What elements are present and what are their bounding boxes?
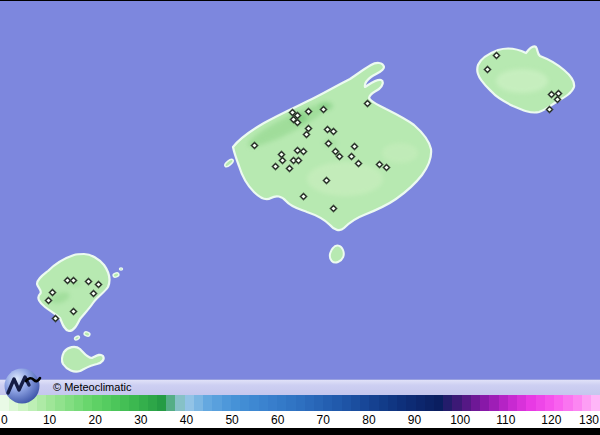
- island-ibiza: [37, 254, 109, 331]
- scale-tick-label: 30: [134, 413, 147, 427]
- scale-tick-label: 80: [362, 413, 375, 427]
- scale-color-block: [175, 395, 184, 411]
- scale-color-block: [434, 395, 443, 411]
- map-area[interactable]: [0, 0, 600, 379]
- scale-tick-label: 60: [271, 413, 284, 427]
- scale-color-block: [582, 395, 591, 411]
- scale-tick-label: 130: [579, 413, 599, 427]
- scale-color-block: [369, 395, 378, 411]
- scale-color-block: [120, 395, 129, 411]
- islands-svg: [0, 1, 600, 380]
- scale-color-block: [185, 395, 194, 411]
- scale-color-block: [268, 395, 277, 411]
- scale-color-block: [360, 395, 369, 411]
- scale-color-block: [554, 395, 563, 411]
- scale-color-block: [55, 395, 64, 411]
- scale-color-block: [563, 395, 572, 411]
- scale-color-block: [212, 395, 221, 411]
- scale-color-block: [480, 395, 489, 411]
- scale-color-block: [286, 395, 295, 411]
- scale-color-block: [166, 395, 175, 411]
- scale-color-block: [139, 395, 148, 411]
- scale-color-block: [489, 395, 498, 411]
- scale-color-block: [573, 395, 582, 411]
- status-bar: © Meteoclimatic DGST (km/h)14-10-2022 @ …: [0, 379, 600, 395]
- islets: [74, 158, 234, 341]
- wind-gust-color-scale: [0, 395, 600, 411]
- scale-tick-label: 50: [225, 413, 238, 427]
- bottom-border: [0, 428, 600, 435]
- scale-color-block: [240, 395, 249, 411]
- scale-color-block: [148, 395, 157, 411]
- scale-color-block: [342, 395, 351, 411]
- scale-tick-label: 90: [408, 413, 421, 427]
- scale-tick-label: 110: [496, 413, 515, 427]
- scale-tick-label: 10: [43, 413, 56, 427]
- scale-color-block: [536, 395, 545, 411]
- scale-color-block: [379, 395, 388, 411]
- scale-color-block: [249, 395, 258, 411]
- scale-color-block: [157, 395, 166, 411]
- scale-tick-label: 0: [1, 413, 8, 427]
- scale-color-block: [46, 395, 55, 411]
- scale-color-block: [332, 395, 341, 411]
- scale-tick-labels: 0102030405060708090100110120130: [0, 411, 600, 428]
- island-cabrera: [330, 246, 344, 263]
- scale-color-block: [111, 395, 120, 411]
- scale-color-block: [351, 395, 360, 411]
- island-formentera: [62, 347, 104, 372]
- scale-color-block: [388, 395, 397, 411]
- scale-color-block: [591, 395, 600, 411]
- scale-color-block: [471, 395, 480, 411]
- scale-color-block: [222, 395, 231, 411]
- scale-color-block: [203, 395, 212, 411]
- scale-tick-label: 40: [180, 413, 193, 427]
- scale-color-block: [194, 395, 203, 411]
- scale-color-block: [452, 395, 461, 411]
- scale-color-block: [526, 395, 535, 411]
- scale-color-block: [305, 395, 314, 411]
- scale-color-block: [517, 395, 526, 411]
- scale-tick-label: 70: [317, 413, 330, 427]
- scale-color-block: [259, 395, 268, 411]
- scale-tick-label: 20: [89, 413, 102, 427]
- globe-m-icon: [1, 366, 43, 408]
- scale-color-block: [129, 395, 138, 411]
- weather-map-frame: © Meteoclimatic DGST (km/h)14-10-2022 @ …: [0, 0, 600, 435]
- scale-tick-label: 100: [450, 413, 470, 427]
- scale-color-block: [323, 395, 332, 411]
- scale-color-block: [231, 395, 240, 411]
- scale-color-block: [314, 395, 323, 411]
- meteoclimatic-logo[interactable]: [1, 366, 43, 408]
- scale-color-block: [406, 395, 415, 411]
- scale-color-block: [74, 395, 83, 411]
- scale-color-block: [425, 395, 434, 411]
- scale-color-block: [102, 395, 111, 411]
- scale-color-block: [462, 395, 471, 411]
- scale-color-block: [83, 395, 92, 411]
- scale-color-block: [499, 395, 508, 411]
- copyright-label: © Meteoclimatic: [53, 380, 131, 395]
- scale-color-block: [545, 395, 554, 411]
- scale-color-block: [416, 395, 425, 411]
- scale-color-block: [277, 395, 286, 411]
- island-menorca: [477, 46, 574, 112]
- scale-color-block: [92, 395, 101, 411]
- scale-color-block: [443, 395, 452, 411]
- scale-tick-label: 120: [541, 413, 561, 427]
- scale-color-block: [65, 395, 74, 411]
- scale-color-block: [508, 395, 517, 411]
- scale-color-block: [296, 395, 305, 411]
- scale-color-block: [397, 395, 406, 411]
